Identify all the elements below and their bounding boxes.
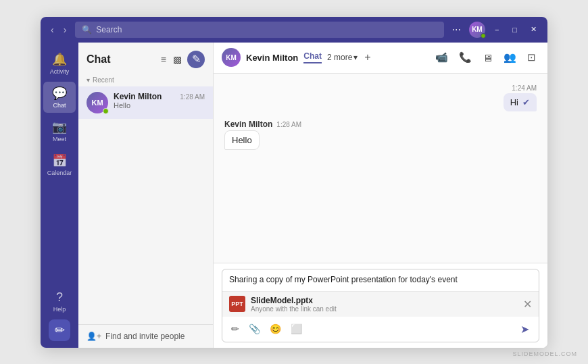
chat-item-avatar: KM (87, 92, 108, 113)
video-call-button[interactable]: ▩ (172, 53, 183, 66)
chat-item-name: Kevin Milton (114, 92, 162, 101)
attachment-sub: Anyone with the link can edit (251, 305, 518, 313)
help-icon: ? (56, 290, 63, 305)
send-button[interactable]: ➤ (516, 321, 533, 338)
online-status (481, 33, 486, 38)
chat-item-time: 1:28 AM (180, 93, 205, 101)
search-placeholder: Search (96, 25, 122, 34)
chat-list-title: Chat (87, 53, 111, 66)
chat-tab-active[interactable]: Chat (303, 51, 322, 63)
find-people-icon: 👤+ (87, 332, 101, 341)
forward-button[interactable]: › (60, 23, 70, 36)
chat-item-preview: Hello (114, 101, 205, 109)
chat-item-info: Kevin Milton 1:28 AM Hello (114, 92, 205, 109)
chat-list-item[interactable]: KM Kevin Milton 1:28 AM Hello (78, 86, 213, 119)
sidebar-item-chat[interactable]: 💬 Chat (43, 82, 76, 113)
back-button[interactable]: ‹ (47, 23, 57, 36)
sidebar-item-label: Activity (50, 68, 70, 75)
recent-label: ▾ Recent (78, 74, 213, 86)
search-icon: 🔍 (82, 25, 92, 34)
participants-header-button[interactable]: 👥 (500, 49, 520, 66)
find-people-label: Find and invite people (105, 332, 185, 341)
search-bar[interactable]: 🔍 Search (75, 22, 443, 38)
gif-button[interactable]: ⬜ (287, 321, 305, 336)
compose-input[interactable]: Sharing a copy of my PowerPoint presenta… (222, 269, 539, 291)
attachment-info: SlideModel.pptx Anyone with the link can… (251, 296, 518, 313)
chat-list-panel: Chat ≡ ▩ ✎ ▾ Recent KM (78, 43, 214, 348)
chat-item-status (103, 108, 109, 114)
message-bubble-sent: Hi ✔ (504, 93, 537, 111)
chat-header: KM Kevin Milton Chat 2 more ▾ + 📹 📞 🖥 👥 (214, 43, 547, 74)
chat-more-tabs[interactable]: 2 more ▾ (327, 53, 358, 62)
message-bubble-received: Hello (224, 130, 260, 150)
close-button[interactable]: ✕ (526, 24, 541, 35)
more-header-button[interactable]: ⊡ (524, 49, 539, 66)
sidebar-item-label: Chat (53, 102, 66, 109)
screen-share-header-button[interactable]: 🖥 (479, 50, 496, 66)
new-chat-sidebar-button[interactable]: ✏ (49, 319, 70, 341)
pencil-icon: ✎ (192, 53, 201, 66)
calendar-icon: 📅 (52, 153, 67, 168)
format-button[interactable]: ✏ (228, 321, 243, 336)
chat-header-avatar: KM (222, 48, 241, 67)
chat-list-header: Chat ≡ ▩ ✎ (78, 43, 213, 74)
message-text: Hi (510, 97, 518, 107)
chat-header-actions: 📹 📞 🖥 👥 ⊡ (432, 49, 539, 66)
message-sender-row: Kevin Milton 1:28 AM (224, 120, 301, 129)
video-call-header-button[interactable]: 📹 (432, 49, 451, 66)
sidebar-item-help[interactable]: ? Help (43, 286, 76, 317)
find-people-bar[interactable]: 👤+ Find and invite people (78, 324, 213, 348)
ppt-file-icon: PPT (229, 296, 245, 312)
audio-call-header-button[interactable]: 📞 (456, 49, 475, 66)
activity-icon: 🔔 (52, 52, 67, 67)
filter-button[interactable]: ≡ (160, 53, 168, 66)
sidebar-help-label: Help (53, 306, 66, 313)
attachment-name: SlideModel.pptx (251, 296, 518, 305)
chat-main: KM Kevin Milton Chat 2 more ▾ + 📹 📞 🖥 👥 (214, 43, 547, 348)
attach-button[interactable]: 📎 (245, 321, 264, 336)
message-row-received: Kevin Milton 1:28 AM Hello (224, 120, 537, 150)
read-receipt-icon: ✔ (522, 97, 530, 107)
sidebar-item-label: Calendar (47, 170, 72, 176)
title-bar: ‹ › 🔍 Search ··· KM − □ ✕ (41, 17, 547, 43)
message-text: Hello (232, 135, 252, 145)
watermark: SLIDEMODEL.COM (512, 350, 577, 357)
message-time: 1:24 AM (512, 84, 537, 92)
sidebar-item-label: Meet (53, 136, 66, 142)
compose-attachment: PPT SlideModel.pptx Anyone with the link… (222, 291, 539, 317)
more-options-button[interactable]: ··· (449, 22, 464, 37)
remove-attachment-button[interactable]: ✕ (523, 298, 532, 311)
compose-toolbar: ✏ 📎 😊 ⬜ ➤ (222, 317, 539, 342)
maximize-button[interactable]: □ (508, 24, 521, 35)
add-tab-button[interactable]: + (364, 51, 370, 63)
sidebar: 🔔 Activity 💬 Chat 📷 Meet 📅 Calendar (41, 43, 78, 348)
message-sender-name: Kevin Milton (224, 120, 272, 129)
compose-area: Sharing a copy of my PowerPoint presenta… (214, 263, 547, 348)
sidebar-bottom: ? Help ✏ (43, 286, 76, 341)
compose-box: Sharing a copy of my PowerPoint presenta… (222, 269, 539, 342)
messages-area: 1:24 AM Hi ✔ Kevin Milton 1:28 AM (214, 74, 547, 263)
nav-buttons: ‹ › (47, 23, 70, 36)
chevron-down-icon: ▾ (353, 53, 358, 62)
main-content: 🔔 Activity 💬 Chat 📷 Meet 📅 Calendar (41, 43, 547, 348)
minimize-button[interactable]: − (491, 24, 503, 35)
chat-header-name: Kevin Milton (246, 53, 298, 63)
message-row-sent: 1:24 AM Hi ✔ (224, 84, 537, 111)
teams-window: ‹ › 🔍 Search ··· KM − □ ✕ (41, 17, 547, 348)
chat-name-row: Kevin Milton 1:28 AM (114, 92, 205, 101)
chat-icon: 💬 (52, 86, 67, 101)
meet-icon: 📷 (52, 120, 67, 134)
sidebar-item-meet[interactable]: 📷 Meet (43, 115, 76, 147)
user-avatar[interactable]: KM (469, 22, 485, 38)
emoji-button[interactable]: 😊 (266, 321, 285, 336)
chat-list-icons: ≡ ▩ ✎ (160, 51, 205, 68)
sidebar-item-activity[interactable]: 🔔 Activity (43, 48, 76, 79)
title-bar-right: ··· KM − □ ✕ (449, 22, 541, 38)
compose-icon: ✏ (55, 323, 65, 338)
chevron-down-icon: ▾ (87, 76, 90, 84)
sidebar-item-calendar[interactable]: 📅 Calendar (43, 149, 76, 180)
message-sender-time: 1:28 AM (276, 121, 301, 128)
new-chat-button[interactable]: ✎ (187, 51, 205, 68)
